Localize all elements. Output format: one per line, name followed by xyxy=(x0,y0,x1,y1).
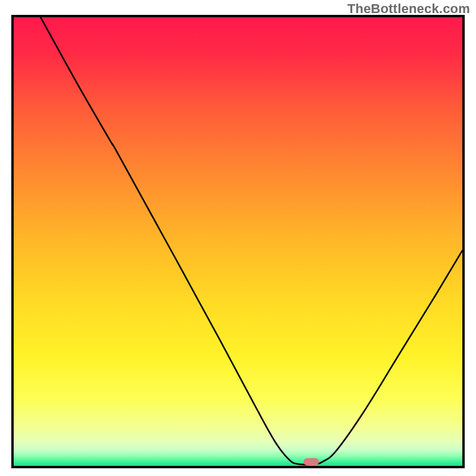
bottleneck-curve xyxy=(14,17,462,466)
chart-container: TheBottleneck.com xyxy=(0,0,476,476)
plot-area xyxy=(11,15,465,468)
optimal-point-marker xyxy=(303,458,319,465)
